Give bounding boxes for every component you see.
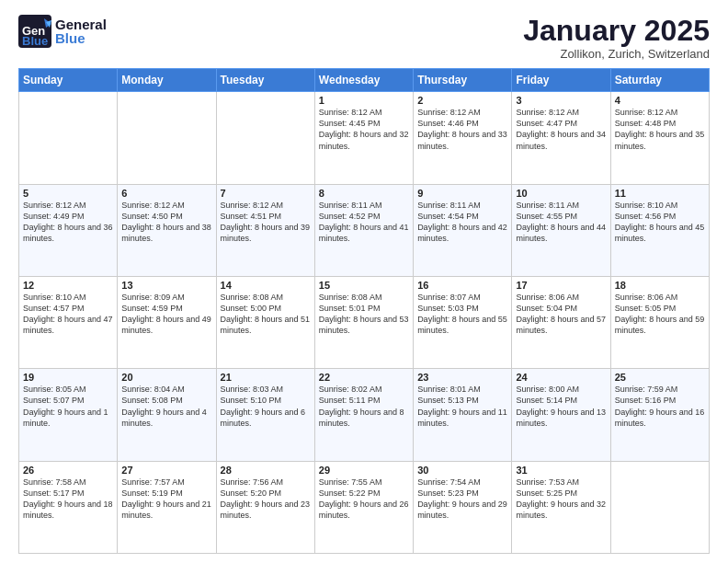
calendar-week-row: 26Sunrise: 7:58 AM Sunset: 5:17 PM Dayli… xyxy=(19,461,710,553)
page: Gen Blue General Blue January 2025 Zolli… xyxy=(0,0,728,563)
day-number: 13 xyxy=(121,280,211,291)
day-number: 29 xyxy=(319,465,409,476)
calendar-cell: 25Sunrise: 7:59 AM Sunset: 5:16 PM Dayli… xyxy=(610,369,709,461)
day-number: 4 xyxy=(615,95,705,106)
calendar-week-row: 5Sunrise: 8:12 AM Sunset: 4:49 PM Daylig… xyxy=(19,184,710,276)
day-number: 2 xyxy=(417,95,507,106)
cell-details: Sunrise: 8:01 AM Sunset: 5:13 PM Dayligh… xyxy=(417,384,507,429)
day-number: 31 xyxy=(516,465,606,476)
day-number: 10 xyxy=(516,188,606,199)
calendar-cell xyxy=(118,92,216,184)
calendar-cell: 14Sunrise: 8:08 AM Sunset: 5:00 PM Dayli… xyxy=(216,276,314,368)
calendar-cell: 2Sunrise: 8:12 AM Sunset: 4:46 PM Daylig… xyxy=(414,92,512,184)
day-number: 16 xyxy=(417,280,507,291)
day-number: 28 xyxy=(221,465,311,476)
day-number: 20 xyxy=(121,372,211,383)
day-number: 24 xyxy=(516,372,606,383)
calendar-day-header: Sunday xyxy=(19,69,118,92)
cell-details: Sunrise: 8:12 AM Sunset: 4:48 PM Dayligh… xyxy=(615,107,705,152)
cell-details: Sunrise: 7:55 AM Sunset: 5:22 PM Dayligh… xyxy=(319,477,409,522)
cell-details: Sunrise: 7:57 AM Sunset: 5:19 PM Dayligh… xyxy=(121,477,211,522)
calendar-cell: 1Sunrise: 8:12 AM Sunset: 4:45 PM Daylig… xyxy=(314,92,413,184)
cell-details: Sunrise: 8:08 AM Sunset: 5:01 PM Dayligh… xyxy=(319,292,409,337)
calendar-cell: 20Sunrise: 8:04 AM Sunset: 5:08 PM Dayli… xyxy=(118,369,216,461)
calendar-cell: 22Sunrise: 8:02 AM Sunset: 5:11 PM Dayli… xyxy=(314,369,413,461)
cell-details: Sunrise: 8:11 AM Sunset: 4:54 PM Dayligh… xyxy=(417,200,507,245)
calendar-cell: 24Sunrise: 8:00 AM Sunset: 5:14 PM Dayli… xyxy=(512,369,610,461)
calendar-cell: 15Sunrise: 8:08 AM Sunset: 5:01 PM Dayli… xyxy=(314,276,413,368)
day-number: 30 xyxy=(417,465,507,476)
cell-details: Sunrise: 8:08 AM Sunset: 5:00 PM Dayligh… xyxy=(221,292,311,337)
cell-details: Sunrise: 8:12 AM Sunset: 4:49 PM Dayligh… xyxy=(23,200,113,245)
svg-text:Blue: Blue xyxy=(22,34,48,48)
calendar-cell: 8Sunrise: 8:11 AM Sunset: 4:52 PM Daylig… xyxy=(314,184,413,276)
calendar-cell: 7Sunrise: 8:12 AM Sunset: 4:51 PM Daylig… xyxy=(216,184,314,276)
cell-details: Sunrise: 8:05 AM Sunset: 5:07 PM Dayligh… xyxy=(23,384,113,429)
cell-details: Sunrise: 7:53 AM Sunset: 5:25 PM Dayligh… xyxy=(516,477,606,522)
day-number: 17 xyxy=(516,280,606,291)
cell-details: Sunrise: 8:10 AM Sunset: 4:57 PM Dayligh… xyxy=(23,292,113,337)
calendar-header-row: SundayMondayTuesdayWednesdayThursdayFrid… xyxy=(19,69,710,92)
cell-details: Sunrise: 8:12 AM Sunset: 4:50 PM Dayligh… xyxy=(121,200,211,245)
month-title: January 2025 xyxy=(523,15,710,47)
cell-details: Sunrise: 8:12 AM Sunset: 4:47 PM Dayligh… xyxy=(516,107,606,152)
cell-details: Sunrise: 7:59 AM Sunset: 5:16 PM Dayligh… xyxy=(615,384,705,429)
day-number: 26 xyxy=(23,465,113,476)
calendar-cell: 27Sunrise: 7:57 AM Sunset: 5:19 PM Dayli… xyxy=(118,461,216,553)
logo: Gen Blue General Blue xyxy=(18,15,107,48)
cell-details: Sunrise: 8:12 AM Sunset: 4:46 PM Dayligh… xyxy=(417,107,507,152)
calendar-cell xyxy=(216,92,314,184)
calendar-day-header: Friday xyxy=(512,69,610,92)
cell-details: Sunrise: 8:10 AM Sunset: 4:56 PM Dayligh… xyxy=(615,200,705,245)
day-number: 15 xyxy=(319,280,409,291)
calendar-day-header: Monday xyxy=(118,69,216,92)
calendar-cell: 23Sunrise: 8:01 AM Sunset: 5:13 PM Dayli… xyxy=(414,369,512,461)
day-number: 27 xyxy=(121,465,211,476)
cell-details: Sunrise: 8:12 AM Sunset: 4:45 PM Dayligh… xyxy=(319,107,409,152)
day-number: 25 xyxy=(615,372,705,383)
location: Zollikon, Zurich, Switzerland xyxy=(523,47,710,61)
calendar-cell: 16Sunrise: 8:07 AM Sunset: 5:03 PM Dayli… xyxy=(414,276,512,368)
calendar-cell: 12Sunrise: 8:10 AM Sunset: 4:57 PM Dayli… xyxy=(19,276,118,368)
cell-details: Sunrise: 8:03 AM Sunset: 5:10 PM Dayligh… xyxy=(221,384,311,429)
day-number: 11 xyxy=(615,188,705,199)
day-number: 6 xyxy=(121,188,211,199)
cell-details: Sunrise: 8:11 AM Sunset: 4:52 PM Dayligh… xyxy=(319,200,409,245)
day-number: 23 xyxy=(417,372,507,383)
calendar-cell: 11Sunrise: 8:10 AM Sunset: 4:56 PM Dayli… xyxy=(610,184,709,276)
day-number: 22 xyxy=(319,372,409,383)
cell-details: Sunrise: 8:09 AM Sunset: 4:59 PM Dayligh… xyxy=(121,292,211,337)
calendar-day-header: Tuesday xyxy=(216,69,314,92)
calendar-cell: 4Sunrise: 8:12 AM Sunset: 4:48 PM Daylig… xyxy=(610,92,709,184)
day-number: 21 xyxy=(221,372,311,383)
calendar-cell: 3Sunrise: 8:12 AM Sunset: 4:47 PM Daylig… xyxy=(512,92,610,184)
calendar-cell: 26Sunrise: 7:58 AM Sunset: 5:17 PM Dayli… xyxy=(19,461,118,553)
cell-details: Sunrise: 8:00 AM Sunset: 5:14 PM Dayligh… xyxy=(516,384,606,429)
calendar-cell xyxy=(610,461,709,553)
cell-details: Sunrise: 7:56 AM Sunset: 5:20 PM Dayligh… xyxy=(221,477,311,522)
logo-general: General xyxy=(55,17,107,31)
calendar-cell: 18Sunrise: 8:06 AM Sunset: 5:05 PM Dayli… xyxy=(610,276,709,368)
day-number: 3 xyxy=(516,95,606,106)
calendar-cell: 9Sunrise: 8:11 AM Sunset: 4:54 PM Daylig… xyxy=(414,184,512,276)
cell-details: Sunrise: 8:04 AM Sunset: 5:08 PM Dayligh… xyxy=(121,384,211,429)
day-number: 12 xyxy=(23,280,113,291)
calendar-cell: 10Sunrise: 8:11 AM Sunset: 4:55 PM Dayli… xyxy=(512,184,610,276)
cell-details: Sunrise: 8:06 AM Sunset: 5:04 PM Dayligh… xyxy=(516,292,606,337)
calendar-cell: 29Sunrise: 7:55 AM Sunset: 5:22 PM Dayli… xyxy=(314,461,413,553)
calendar-week-row: 1Sunrise: 8:12 AM Sunset: 4:45 PM Daylig… xyxy=(19,92,710,184)
cell-details: Sunrise: 7:58 AM Sunset: 5:17 PM Dayligh… xyxy=(23,477,113,522)
cell-details: Sunrise: 8:07 AM Sunset: 5:03 PM Dayligh… xyxy=(417,292,507,337)
day-number: 7 xyxy=(221,188,311,199)
day-number: 9 xyxy=(417,188,507,199)
calendar-cell: 21Sunrise: 8:03 AM Sunset: 5:10 PM Dayli… xyxy=(216,369,314,461)
day-number: 5 xyxy=(23,188,113,199)
title-area: January 2025 Zollikon, Zurich, Switzerla… xyxy=(523,15,710,61)
calendar-cell: 28Sunrise: 7:56 AM Sunset: 5:20 PM Dayli… xyxy=(216,461,314,553)
day-number: 8 xyxy=(319,188,409,199)
calendar-cell: 13Sunrise: 8:09 AM Sunset: 4:59 PM Dayli… xyxy=(118,276,216,368)
calendar-week-row: 19Sunrise: 8:05 AM Sunset: 5:07 PM Dayli… xyxy=(19,369,710,461)
calendar-cell: 19Sunrise: 8:05 AM Sunset: 5:07 PM Dayli… xyxy=(19,369,118,461)
cell-details: Sunrise: 8:06 AM Sunset: 5:05 PM Dayligh… xyxy=(615,292,705,337)
day-number: 14 xyxy=(221,280,311,291)
